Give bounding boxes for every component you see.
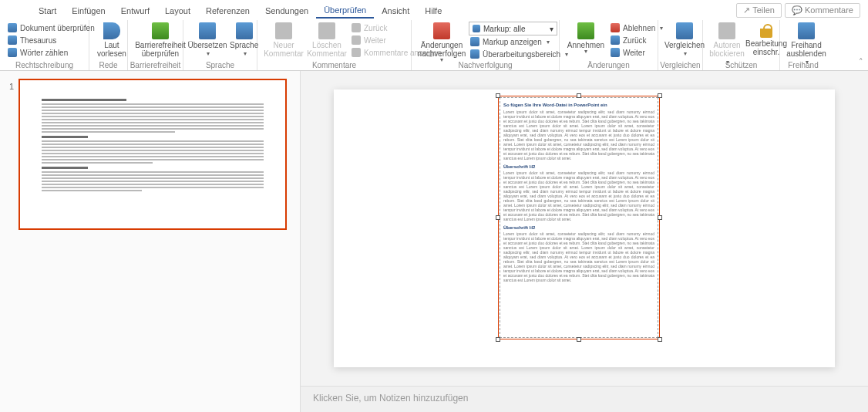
compare-button[interactable]: Vergleichen: [664, 22, 705, 59]
group-label: Schützen: [703, 61, 779, 69]
resize-handle[interactable]: [496, 93, 500, 98]
selected-textbox[interactable]: So fügen Sie Ihre Word-Datei in PowerPoi…: [498, 96, 660, 339]
prev-icon: [352, 23, 361, 32]
translate-icon: [199, 22, 216, 39]
doc-paragraph: Lorem ipsum dolor sit amet, consetetur s…: [503, 171, 654, 221]
group-label: Vergleichen: [658, 61, 702, 69]
group-label: Änderungen: [560, 61, 658, 69]
group-label: Kommentare: [257, 61, 411, 69]
group-language: Übersetzen Sprache Sprache: [183, 20, 257, 70]
group-label: Rechtschreibung: [0, 61, 89, 69]
check-doc-icon: [8, 23, 17, 32]
restrict-editing-button[interactable]: Bearbeitung einschr.: [748, 22, 785, 57]
group-label: Nachverfolgung: [412, 61, 559, 69]
next-icon: [352, 35, 361, 45]
translate-button[interactable]: Übersetzen: [190, 22, 225, 59]
tab-help[interactable]: Hilfe: [417, 3, 449, 18]
slide-editor[interactable]: So fügen Sie Ihre Word-Datei in PowerPoi…: [301, 71, 868, 386]
resize-handle[interactable]: [496, 215, 500, 220]
read-aloud-button[interactable]: Laut vorlesen: [96, 22, 128, 59]
read-aloud-icon: [103, 22, 120, 39]
spell-check-button[interactable]: Dokument überprüfen: [6, 22, 96, 34]
review-pane-icon: [470, 49, 479, 59]
resize-handle[interactable]: [658, 93, 662, 98]
resize-handle[interactable]: [577, 93, 581, 98]
language-icon: [236, 22, 253, 39]
tab-insert[interactable]: Einfügen: [64, 3, 113, 18]
comments-button[interactable]: 💬 Kommentare: [785, 3, 860, 18]
resize-handle[interactable]: [496, 337, 500, 342]
next-change-button[interactable]: Weiter: [609, 46, 664, 59]
next-icon: [611, 48, 620, 57]
language-button[interactable]: Sprache: [228, 22, 260, 59]
slide-canvas[interactable]: So fügen Sie Ihre Word-Datei in PowerPoi…: [334, 89, 835, 367]
group-protect: Autoren blockieren Bearbeitung einschr. …: [703, 20, 780, 70]
delete-comment-button[interactable]: Löschen Kommentar: [307, 22, 347, 59]
show-markup-icon: [470, 37, 479, 46]
main-pane: So fügen Sie Ihre Word-Datei in PowerPoi…: [301, 71, 868, 412]
group-spelling: Dokument überprüfen Thesaurus Wörter zäh…: [0, 20, 89, 70]
group-label: Rede: [89, 61, 127, 69]
lock-icon: [760, 29, 772, 38]
thesaurus-icon: [8, 35, 17, 45]
resize-handle[interactable]: [658, 337, 662, 342]
tab-review[interactable]: Überprüfen: [316, 2, 374, 19]
doc-heading: So fügen Sie Ihre Word-Datei in PowerPoi…: [503, 103, 654, 107]
reject-icon: [611, 23, 620, 32]
slide-thumbnail[interactable]: [19, 79, 287, 230]
delete-comment-icon: [318, 22, 335, 39]
prev-change-button[interactable]: Zurück: [609, 34, 664, 46]
group-label: Sprache: [183, 61, 257, 69]
word-count-icon: [8, 48, 17, 57]
track-changes-icon: [433, 22, 450, 39]
markup-icon: [473, 25, 480, 32]
group-comments: Neuer Kommentar Löschen Kommentar Zurück…: [257, 20, 412, 70]
collapse-ribbon-button[interactable]: ˄: [859, 57, 863, 67]
group-label: Barrierefreiheit: [128, 61, 183, 69]
group-tracking: Änderungen nachverfolgen▾ Markup: alle▾ …: [412, 20, 560, 70]
workspace: 1: [0, 71, 868, 412]
doc-paragraph: Lorem ipsum dolor sit amet, consetetur s…: [503, 231, 654, 282]
resize-handle[interactable]: [577, 337, 581, 342]
share-button[interactable]: ↗ Teilen: [736, 3, 782, 18]
prev-icon: [611, 35, 620, 45]
ribbon-tab-bar: Start Einfügen Entwurf Layout Referenzen…: [0, 0, 868, 20]
new-comment-icon: [275, 22, 292, 39]
resize-handle[interactable]: [658, 215, 662, 220]
ink-icon: [798, 22, 815, 39]
slide-number: 1: [0, 79, 19, 412]
tab-layout[interactable]: Layout: [157, 3, 198, 18]
tab-references[interactable]: Referenzen: [198, 3, 257, 18]
review-pane-button[interactable]: Überarbeitungsbereich: [469, 48, 570, 60]
show-markup-button[interactable]: Markup anzeigen: [469, 35, 570, 48]
group-label: Freihand: [780, 61, 826, 69]
word-count-button[interactable]: Wörter zählen: [6, 46, 96, 59]
doc-subheading: Überschrift H2: [503, 164, 654, 169]
accept-button[interactable]: Annehmen▾: [566, 22, 606, 55]
group-speech: Laut vorlesen Rede: [89, 20, 128, 70]
markup-combo[interactable]: Markup: alle▾: [469, 22, 557, 35]
ribbon: Dokument überprüfen Thesaurus Wörter zäh…: [0, 20, 868, 71]
tab-view[interactable]: Ansicht: [374, 3, 417, 18]
doc-subheading: Überschrift H2: [503, 225, 654, 230]
show-comments-icon: [352, 48, 361, 57]
slide-thumbnail-pane: 1: [0, 71, 301, 412]
accessibility-check-button[interactable]: Barrierefreiheit überprüfen: [134, 22, 187, 59]
track-changes-button[interactable]: Änderungen nachverfolgen▾: [418, 22, 466, 63]
tab-design[interactable]: Entwurf: [113, 3, 157, 18]
compare-icon: [676, 22, 693, 39]
group-accessibility: Barrierefreiheit überprüfen Barrierefrei…: [128, 20, 183, 70]
tab-mailings[interactable]: Sendungen: [257, 3, 316, 18]
tab-start[interactable]: Start: [31, 3, 64, 18]
new-comment-button[interactable]: Neuer Kommentar: [264, 22, 304, 59]
doc-paragraph: Lorem ipsum dolor sit amet, consetetur s…: [503, 110, 654, 160]
notes-pane[interactable]: Klicken Sie, um Notizen hinzuzufügen: [301, 386, 868, 412]
accept-icon: [577, 22, 594, 39]
group-changes: Annehmen▾ Ablehnen Zurück Weiter Änderun…: [560, 20, 658, 70]
block-authors-icon: [718, 22, 735, 39]
group-compare: Vergleichen Vergleichen: [658, 20, 703, 70]
reject-button[interactable]: Ablehnen: [609, 22, 664, 34]
thesaurus-button[interactable]: Thesaurus: [6, 34, 96, 46]
group-ink: Freihand ausblenden Freihand: [780, 20, 826, 70]
accessibility-icon: [152, 22, 169, 39]
